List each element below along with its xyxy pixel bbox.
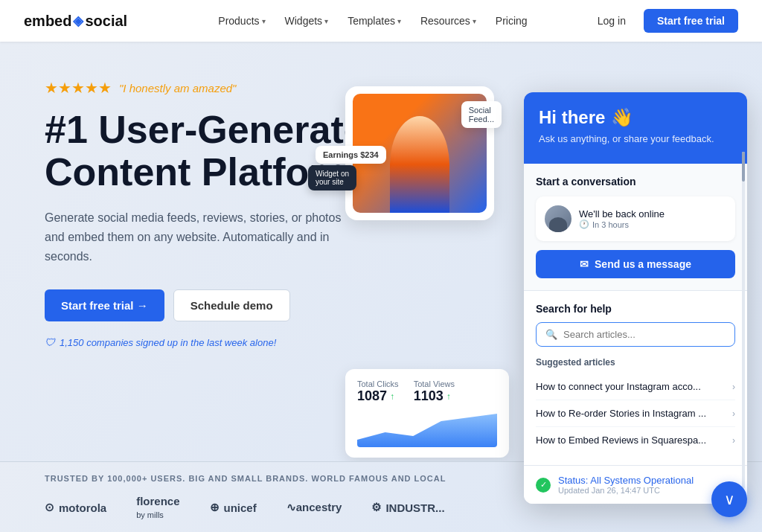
status-text: Status: All Systems Operational <box>558 475 694 486</box>
brand-ancestry: ∿ancestry <box>286 501 342 514</box>
analytics-row: Total Clicks 1087 ↑ Total Views 1103 ↑ <box>357 379 497 404</box>
online-info: We'll be back online 🕐 In 3 hours <box>579 208 726 229</box>
nav-actions: Log in Start free trial <box>589 9 738 33</box>
chat-subtitle: Ask us anything, or share your feedback. <box>539 132 732 146</box>
agent-avatar <box>545 205 572 232</box>
hero-subtitle: Generate social media feeds, reviews, st… <box>45 208 357 266</box>
earnings-badge: Earnings $234 <box>316 146 386 164</box>
analytics-card: Total Clicks 1087 ↑ Total Views 1103 ↑ <box>345 369 509 458</box>
nav-templates[interactable]: Templates ▾ <box>340 10 409 31</box>
search-input[interactable] <box>563 329 726 340</box>
wave-emoji: 👋 <box>611 107 633 128</box>
total-views: Total Views 1103 ↑ <box>414 379 455 404</box>
start-convo-title: Start a conversation <box>536 176 735 188</box>
status-dot: ✓ <box>536 478 551 493</box>
chat-widget: Hi there 👋 Ask us anything, or share you… <box>524 92 747 504</box>
article-item-2[interactable]: How to Re-order Stories in Instagram ...… <box>536 400 735 427</box>
social-bubble: Social Feed... <box>461 101 502 128</box>
chevron-down-icon: ▾ <box>397 17 401 25</box>
clock-icon: 🕐 <box>579 219 589 229</box>
chat-search-section: Search for help 🔍 Suggested articles How… <box>524 291 747 465</box>
chevron-right-icon: › <box>732 408 735 419</box>
chevron-down-icon: ∨ <box>724 490 735 508</box>
logo-text: embed <box>24 13 71 30</box>
views-up-icon: ↑ <box>446 391 451 402</box>
send-message-button[interactable]: ✉ Send us a message <box>536 250 735 278</box>
nav-products[interactable]: Products ▾ <box>211 10 272 31</box>
chevron-down-icon: ▾ <box>262 17 266 25</box>
shield-icon: 🛡 <box>45 336 55 348</box>
chevron-down-icon: ▾ <box>324 17 328 25</box>
article-text: How to Embed Reviews in Squarespa... <box>536 435 732 446</box>
login-button[interactable]: Log in <box>589 10 635 31</box>
chevron-right-icon: › <box>732 435 735 446</box>
schedule-demo-button[interactable]: Schedule demo <box>173 289 290 321</box>
nav-pricing[interactable]: Pricing <box>488 10 535 31</box>
status-updated: Updated Jan 26, 14:47 UTC <box>558 486 694 495</box>
unicef-icon: ⊕ <box>210 501 220 514</box>
nav-resources[interactable]: Resources ▾ <box>413 10 484 31</box>
nav-widgets[interactable]: Widgets ▾ <box>278 10 336 31</box>
logo[interactable]: embed◈social <box>24 13 127 30</box>
chat-float-button[interactable]: ∨ <box>711 481 747 517</box>
start-trial-nav-button[interactable]: Start free trial <box>644 9 738 33</box>
chat-header: Hi there 👋 Ask us anything, or share you… <box>524 92 747 164</box>
search-title: Search for help <box>536 303 735 315</box>
motorola-icon: ⊙ <box>45 501 54 514</box>
avatar-body <box>549 217 567 232</box>
nav-links: Products ▾ Widgets ▾ Templates ▾ Resourc… <box>157 10 589 31</box>
total-clicks: Total Clicks 1087 ↑ <box>357 379 399 404</box>
hero-section: ★★★★★ "I honestly am amazed" #1 User-Gen… <box>0 42 762 532</box>
widget-badge: Widget on your site <box>308 165 356 190</box>
stars-icon: ★★★★★ <box>45 79 112 97</box>
chevron-right-icon: › <box>732 382 735 392</box>
brand-industr: ⚙ INDUSTR... <box>371 501 444 514</box>
brand-florence: florenceby mills <box>136 495 179 520</box>
start-trial-hero-button[interactable]: Start free trial → <box>45 289 164 321</box>
article-text: How to connect your Instagram acco... <box>536 381 732 392</box>
search-icon: 🔍 <box>545 329 557 340</box>
hero-trust: 🛡 1,150 companies signed up in the last … <box>45 336 402 348</box>
suggested-title: Suggested articles <box>536 357 735 368</box>
chat-greeting: Hi there 👋 <box>539 107 732 128</box>
analytics-chart <box>357 410 497 447</box>
online-text: We'll be back online <box>579 208 726 219</box>
clicks-up-icon: ↑ <box>390 391 394 402</box>
article-item-3[interactable]: How to Embed Reviews in Squarespa... › <box>536 427 735 453</box>
chat-conversation-box[interactable]: We'll be back online 🕐 In 3 hours <box>536 196 735 241</box>
mail-icon: ✉ <box>580 258 589 270</box>
chat-scrollbar[interactable] <box>742 152 745 489</box>
back-time: 🕐 In 3 hours <box>579 219 726 229</box>
person-image <box>390 116 449 213</box>
logo-suffix: social <box>85 13 127 30</box>
article-item-1[interactable]: How to connect your Instagram acco... › <box>536 374 735 400</box>
industr-icon: ⚙ <box>371 501 381 514</box>
logo-icon: ◈ <box>73 13 83 29</box>
article-text: How to Re-order Stories in Instagram ... <box>536 408 732 419</box>
brand-motorola: ⊙ motorola <box>45 501 106 514</box>
navigation: embed◈social Products ▾ Widgets ▾ Templa… <box>0 0 762 42</box>
scrollbar-thumb[interactable] <box>742 152 745 182</box>
chat-start-section: Start a conversation We'll be back onlin… <box>524 164 747 290</box>
search-box[interactable]: 🔍 <box>536 322 735 347</box>
hero-quote: "I honestly am amazed" <box>119 82 236 94</box>
chevron-down-icon: ▾ <box>473 17 476 25</box>
hero-buttons: Start free trial → Schedule demo <box>45 289 402 321</box>
brand-unicef: ⊕ unicef <box>210 501 257 514</box>
